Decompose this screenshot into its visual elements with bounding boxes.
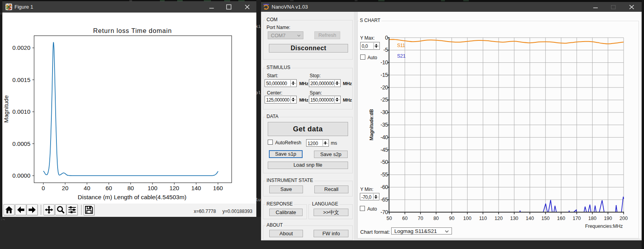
svg-text:140: 140 (191, 185, 201, 191)
svg-text:0.0010: 0.0010 (13, 108, 31, 115)
svg-text:160: 160 (213, 185, 223, 191)
svg-text:0.0020: 0.0020 (13, 44, 31, 51)
svg-text:0.0005: 0.0005 (13, 140, 31, 147)
svg-text:60: 60 (105, 185, 112, 191)
svg-text:Distance (m) Length of cable(4: Distance (m) Length of cable(4.54503m) (78, 194, 186, 200)
svg-text:20: 20 (62, 185, 69, 191)
svg-text:80: 80 (127, 185, 134, 191)
svg-text:120: 120 (169, 185, 179, 191)
svg-text:0: 0 (42, 185, 45, 191)
svg-text:100: 100 (147, 185, 157, 191)
svg-text:0.0000: 0.0000 (13, 172, 31, 179)
svg-text:Return loss Time domain: Return loss Time domain (93, 27, 172, 34)
svg-text:0.0015: 0.0015 (13, 76, 31, 83)
svg-text:Magnitude: Magnitude (3, 95, 9, 123)
svg-text:40: 40 (84, 185, 91, 191)
